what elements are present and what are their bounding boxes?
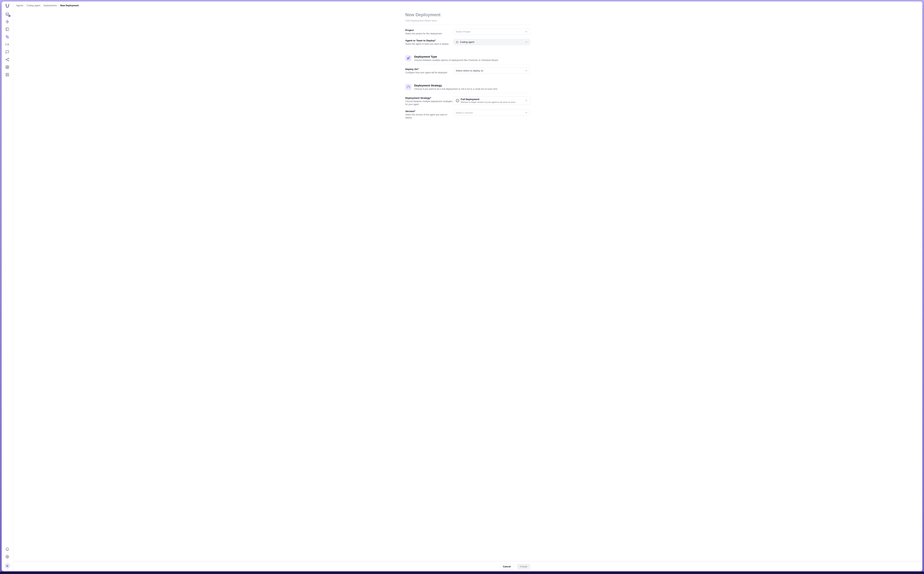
deployment-strategy-description: Choose if you want to do a full deployme… <box>414 88 497 90</box>
zap-icon <box>5 20 9 24</box>
agent-icon <box>456 41 458 43</box>
sidebar-bottom: D <box>5 547 10 569</box>
sidebar-item-agents[interactable] <box>5 12 9 16</box>
version-select[interactable]: Select a version <box>453 110 530 116</box>
deployment-type-section: Deployment Type Choose between multiple … <box>405 55 530 64</box>
breadcrumb-separator: / <box>25 4 25 7</box>
agent-description: Select the agent or team you want to dep… <box>405 43 453 46</box>
chevron-down-icon <box>525 111 528 114</box>
main-area: Agents / Coding agent / Deployments / Ne… <box>13 2 922 571</box>
share-icon <box>5 58 9 62</box>
circle-check-icon <box>456 99 459 102</box>
deployment-notes-input[interactable] <box>405 19 530 22</box>
cancel-button[interactable]: Cancel <box>500 564 514 569</box>
project-field-row: Project Select the project for this depl… <box>405 28 530 35</box>
strategy-value-description: Release a single version of your agent t… <box>461 101 523 103</box>
desktop-bottom-strip <box>0 572 924 574</box>
strategy-label: Deployment Strategy* <box>405 96 453 99</box>
version-field-row: Version* Select the version of the agent… <box>405 110 530 119</box>
version-description: Select the version of the agent you want… <box>405 113 453 119</box>
arrow-right-icon <box>5 43 9 46</box>
sidebar-item-data[interactable] <box>5 65 9 69</box>
deploy-on-select[interactable]: Select where to deploy on <box>453 68 530 74</box>
sidebar-item-integrations[interactable] <box>5 57 9 62</box>
deploy-on-field-row: Deploy On* Configure how your agent will… <box>405 68 530 74</box>
chevron-down-icon <box>525 30 528 33</box>
breadcrumb-separator: / <box>41 4 42 7</box>
deploy-on-description: Configure how your agent will be deploye… <box>405 71 453 74</box>
breadcrumb-coding-agent[interactable]: Coding agent <box>27 4 40 7</box>
strategy-select[interactable]: Full Deployment Release a single version… <box>453 96 530 105</box>
rocket-icon <box>405 55 412 62</box>
message-icon <box>5 50 9 54</box>
project-label: Project <box>405 29 453 32</box>
breadcrumb: Agents / Coding agent / Deployments / Ne… <box>13 2 922 9</box>
deployment-form: New Deployment Project Select the projec… <box>405 9 530 126</box>
gear-icon <box>5 555 9 559</box>
breadcrumb-deployments[interactable]: Deployments <box>43 4 57 7</box>
sidebar-nav <box>5 12 9 77</box>
sparkles-icon <box>5 35 9 39</box>
strategy-description: Choose between multiple deployment strat… <box>405 100 453 106</box>
sidebar-item-actions[interactable] <box>5 19 9 24</box>
page-title[interactable]: New Deployment <box>405 12 530 17</box>
project-description: Select the project for this deployment <box>405 32 453 35</box>
breadcrumb-new-deployment: New Deployment <box>60 4 79 7</box>
sidebar: D <box>2 2 13 571</box>
panel-left-icon <box>5 27 9 31</box>
footer-action-bar: Cancel Create <box>13 561 922 571</box>
deployment-type-title: Deployment Type <box>414 55 498 58</box>
project-select[interactable]: Select Project <box>453 28 530 35</box>
form-scroll-area[interactable]: New Deployment Project Select the projec… <box>13 9 922 561</box>
table-icon <box>5 65 9 69</box>
sidebar-item-export[interactable] <box>5 42 9 47</box>
app-window: D Agents / Coding agent / Deployments / … <box>2 2 922 571</box>
deploy-on-label: Deploy On* <box>405 68 453 71</box>
deployment-type-description: Choose between multiple options of deplo… <box>414 59 498 62</box>
sidebar-item-chat[interactable] <box>5 50 9 54</box>
breadcrumb-agents[interactable]: Agents <box>16 4 23 7</box>
deployment-strategy-title: Deployment Strategy <box>414 84 497 87</box>
user-avatar[interactable]: D <box>5 563 10 569</box>
strategy-field-row: Deployment Strategy* Choose between mult… <box>405 96 530 106</box>
bell-icon <box>5 547 9 551</box>
version-select-placeholder: Select a version <box>456 111 523 114</box>
chevron-down-icon <box>525 99 528 102</box>
version-label: Version* <box>405 110 453 113</box>
deployment-strategy-section: Deployment Strategy Choose if you want t… <box>405 84 530 93</box>
create-button[interactable]: Create <box>517 564 530 569</box>
chevron-down-icon <box>525 41 528 44</box>
agent-field-row: Agent or Team to Deploy* Select the agen… <box>405 39 530 46</box>
sidebar-item-workspace[interactable] <box>5 27 9 32</box>
notifications-button[interactable] <box>5 547 9 551</box>
gauge-icon <box>405 84 412 90</box>
agent-select-value: Coding agent <box>460 41 523 43</box>
agent-label: Agent or Team to Deploy* <box>405 39 453 42</box>
desktop-background: D Agents / Coding agent / Deployments / … <box>0 0 924 574</box>
agent-select[interactable]: Coding agent <box>453 39 530 45</box>
grid-icon <box>5 73 9 77</box>
sidebar-item-studio[interactable] <box>5 35 9 39</box>
project-select-placeholder: Select Project <box>456 30 523 33</box>
settings-button[interactable] <box>5 554 9 559</box>
active-home-badge <box>8 15 11 17</box>
app-logo[interactable] <box>5 3 10 9</box>
strategy-value-title: Full Deployment <box>461 98 523 101</box>
sidebar-item-apps[interactable] <box>5 73 9 77</box>
chevron-down-icon <box>525 69 528 72</box>
deploy-on-select-placeholder: Select where to deploy on <box>456 69 523 72</box>
breadcrumb-separator: / <box>58 4 59 7</box>
